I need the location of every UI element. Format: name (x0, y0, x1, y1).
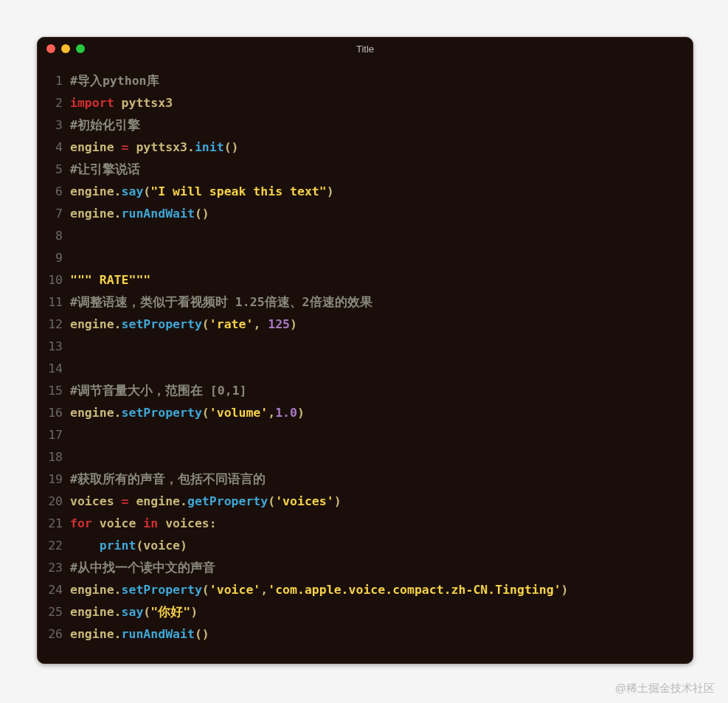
code-content[interactable]: """ RATE""" (70, 269, 693, 291)
code-content[interactable] (70, 225, 693, 247)
code-line[interactable]: 19#获取所有的声音，包括不同语言的 (38, 468, 693, 491)
code-line[interactable]: 10""" RATE""" (38, 269, 693, 291)
line-number: 8 (38, 225, 70, 247)
close-icon[interactable] (46, 44, 55, 53)
code-content[interactable]: import pyttsx3 (70, 92, 693, 114)
watermark: @稀土掘金技术社区 (615, 682, 715, 696)
code-content[interactable]: engine.say("你好") (70, 601, 693, 623)
line-number: 6 (38, 181, 70, 203)
code-content[interactable]: engine.runAndWait() (70, 623, 693, 645)
line-number: 15 (38, 380, 70, 402)
line-number: 21 (38, 513, 70, 535)
code-line[interactable]: 2import pyttsx3 (38, 92, 693, 114)
code-line[interactable]: 14 (38, 358, 693, 380)
code-line[interactable]: 26engine.runAndWait() (38, 623, 693, 645)
code-content[interactable]: engine.runAndWait() (70, 203, 693, 225)
line-number: 22 (38, 535, 70, 557)
line-number: 17 (38, 424, 70, 446)
code-line[interactable]: 18 (38, 446, 693, 468)
code-line[interactable]: 17 (38, 424, 693, 446)
line-number: 16 (38, 402, 70, 424)
minimize-icon[interactable] (61, 44, 70, 53)
code-line[interactable]: 13 (38, 336, 693, 358)
code-content[interactable]: engine.setProperty('voice','com.apple.vo… (70, 579, 693, 601)
code-content[interactable] (70, 424, 693, 446)
code-line[interactable]: 3#初始化引擎 (38, 114, 693, 136)
line-number: 10 (38, 269, 70, 291)
line-number: 1 (38, 70, 70, 92)
line-number: 13 (38, 336, 70, 358)
code-content[interactable] (70, 247, 693, 269)
code-editor[interactable]: 1#导入python库2import pyttsx33#初始化引擎4engine… (38, 60, 693, 645)
window-title: Title (38, 44, 693, 55)
code-content[interactable]: #导入python库 (70, 70, 693, 92)
code-content[interactable]: print(voice) (70, 535, 693, 557)
line-number: 11 (38, 291, 70, 314)
code-line[interactable]: 21for voice in voices: (38, 513, 693, 535)
code-content[interactable]: #获取所有的声音，包括不同语言的 (70, 468, 693, 491)
editor-window: Title 1#导入python库2import pyttsx33#初始化引擎4… (37, 37, 693, 664)
code-content[interactable]: #调整语速，类似于看视频时 1.25倍速、2倍速的效果 (70, 291, 693, 314)
code-line[interactable]: 9 (38, 247, 693, 269)
line-number: 20 (38, 491, 70, 513)
line-number: 18 (38, 446, 70, 468)
line-number: 19 (38, 468, 70, 491)
code-content[interactable]: engine.setProperty('rate', 125) (70, 314, 693, 336)
line-number: 14 (38, 358, 70, 380)
code-line[interactable]: 16engine.setProperty('volume',1.0) (38, 402, 693, 424)
code-line[interactable]: 12engine.setProperty('rate', 125) (38, 314, 693, 336)
line-number: 12 (38, 314, 70, 336)
code-line[interactable]: 25engine.say("你好") (38, 601, 693, 623)
code-content[interactable]: #让引擎说话 (70, 159, 693, 181)
code-content[interactable]: for voice in voices: (70, 513, 693, 535)
code-content[interactable] (70, 446, 693, 468)
code-line[interactable]: 4engine = pyttsx3.init() (38, 136, 693, 159)
code-line[interactable]: 1#导入python库 (38, 70, 693, 92)
code-line[interactable]: 6engine.say("I will speak this text") (38, 181, 693, 203)
code-content[interactable]: engine = pyttsx3.init() (70, 136, 693, 159)
code-line[interactable]: 11#调整语速，类似于看视频时 1.25倍速、2倍速的效果 (38, 291, 693, 314)
line-number: 23 (38, 557, 70, 579)
traffic-lights (46, 44, 85, 53)
line-number: 9 (38, 247, 70, 269)
code-content[interactable]: engine.say("I will speak this text") (70, 181, 693, 203)
line-number: 4 (38, 136, 70, 159)
line-number: 5 (38, 159, 70, 181)
code-line[interactable]: 15#调节音量大小，范围在 [0,1] (38, 380, 693, 402)
code-line[interactable]: 7engine.runAndWait() (38, 203, 693, 225)
titlebar: Title (38, 38, 693, 60)
code-content[interactable]: #调节音量大小，范围在 [0,1] (70, 380, 693, 402)
code-content[interactable]: engine.setProperty('volume',1.0) (70, 402, 693, 424)
line-number: 7 (38, 203, 70, 225)
code-line[interactable]: 20voices = engine.getProperty('voices') (38, 491, 693, 513)
code-line[interactable]: 5#让引擎说话 (38, 159, 693, 181)
code-content[interactable] (70, 336, 693, 358)
maximize-icon[interactable] (76, 44, 85, 53)
line-number: 26 (38, 623, 70, 645)
code-line[interactable]: 24engine.setProperty('voice','com.apple.… (38, 579, 693, 601)
code-content[interactable]: #从中找一个读中文的声音 (70, 557, 693, 579)
code-content[interactable]: #初始化引擎 (70, 114, 693, 136)
code-line[interactable]: 23#从中找一个读中文的声音 (38, 557, 693, 579)
line-number: 2 (38, 92, 70, 114)
code-line[interactable]: 8 (38, 225, 693, 247)
line-number: 25 (38, 601, 70, 623)
code-line[interactable]: 22 print(voice) (38, 535, 693, 557)
line-number: 24 (38, 579, 70, 601)
line-number: 3 (38, 114, 70, 136)
code-content[interactable]: voices = engine.getProperty('voices') (70, 491, 693, 513)
code-content[interactable] (70, 358, 693, 380)
